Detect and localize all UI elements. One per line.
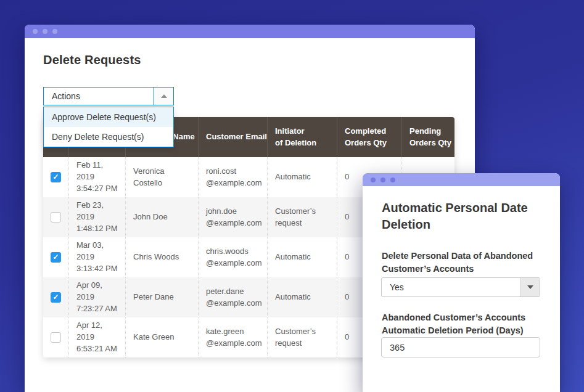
actions-dropdown-label: Actions [44,88,154,105]
settings-window-titlebar [363,173,560,186]
select-toggle[interactable] [520,278,540,296]
cell-date: Mar 03, 20193:13:42 PM [69,237,126,277]
cell-select [43,317,69,357]
settings-title: Automatic Personal Date Deletion [382,200,542,233]
cell-initiator: Automatic [268,157,337,197]
actions-dropdown-toggle[interactable] [154,88,173,105]
cell-date: Apr 12, 20196:53:21 AM [69,317,126,357]
row-checkbox[interactable] [51,212,61,223]
cell-select: ✓ [43,157,69,197]
actions-dropdown[interactable]: Actions [43,87,174,105]
actions-option[interactable]: Approve Delete Request(s) [44,107,173,127]
window-dot-icon [380,178,385,182]
row-checkbox[interactable]: ✓ [51,252,61,263]
window-dot-icon [43,29,47,34]
cell-customer-name: John Doe [126,197,199,237]
cell-customer-email: peter.dane@example.com [199,277,268,317]
cell-select [43,197,69,237]
delete-abandoned-select[interactable]: Yes [381,277,540,297]
column-header[interactable]: PendingOrders Qty [402,117,454,157]
column-header[interactable]: Initiatorof Deletion [268,117,337,157]
cell-customer-name: Chris Woods [126,237,199,277]
column-header[interactable]: CompletedOrders Qty [337,117,402,157]
cell-customer-email: roni.cost@example.com [199,157,268,197]
window-dot-icon [52,29,57,34]
window-dot-icon [371,178,376,182]
delete-abandoned-label: Delete Personal Data of Abandoned Custom… [382,250,542,276]
cell-select: ✓ [43,277,69,317]
cell-customer-name: Kate Green [126,317,199,357]
cell-date: Feb 11, 20193:54:27 PM [69,157,126,197]
page-title: Delete Requests [43,53,141,67]
cell-initiator: Customer’s request [268,197,337,237]
delete-abandoned-select-value: Yes [382,278,520,296]
settings-window: Automatic Personal Date Deletion Delete … [363,173,560,392]
cell-customer-email: john.doe@example.com [199,197,268,237]
actions-dropdown-list: Approve Delete Request(s)Deny Delete Req… [43,107,174,147]
cell-initiator: Customer’s request [268,317,337,357]
deletion-period-label: Abandoned Customer’s Accounts Automatic … [382,311,542,337]
cell-customer-email: chris.woods@example.com [199,237,268,277]
caret-up-icon [161,94,167,98]
window-dot-icon [33,29,38,34]
cell-customer-email: kate.green@example.com [199,317,268,357]
deletion-period-input[interactable] [381,337,540,357]
column-header[interactable]: Customer Email [199,117,268,157]
cell-date: Apr 09, 20197:23:27 AM [69,277,126,317]
cell-date: Feb 23, 20191:48:12 PM [69,197,126,237]
cell-customer-name: Peter Dane [126,277,199,317]
row-checkbox[interactable]: ✓ [51,172,61,182]
cell-customer-name: Veronica Costello [126,157,199,197]
chevron-down-icon [527,285,533,289]
row-checkbox[interactable] [51,332,61,343]
cell-initiator: Automatic [268,277,337,317]
row-checkbox[interactable]: ✓ [51,292,61,303]
cell-select: ✓ [43,237,69,277]
actions-option[interactable]: Deny Delete Request(s) [44,127,173,147]
main-window-titlebar [25,25,475,38]
cell-initiator: Automatic [268,237,337,277]
window-dot-icon [390,178,395,182]
